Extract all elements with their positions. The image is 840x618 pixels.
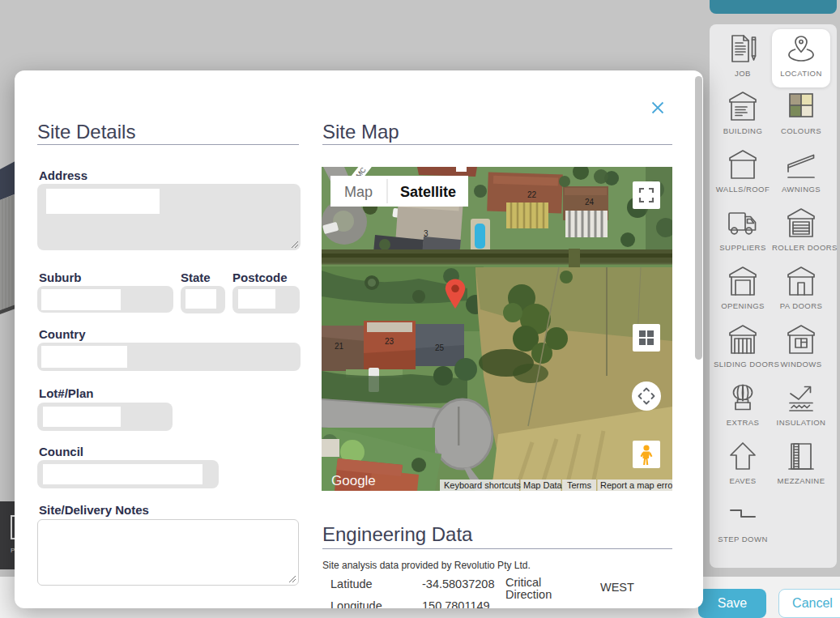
- svg-text:Report a map error: Report a map error: [600, 480, 672, 490]
- svg-text:23: 23: [385, 337, 394, 346]
- svg-text:21: 21: [335, 342, 344, 351]
- svg-text:25: 25: [435, 343, 445, 352]
- svg-text:3: 3: [424, 229, 429, 238]
- svg-text:Google: Google: [331, 473, 376, 488]
- svg-text:Map: Map: [344, 184, 373, 200]
- svg-text:24: 24: [585, 198, 595, 207]
- svg-text:Satellite: Satellite: [400, 184, 456, 200]
- svg-text:Keyboard shortcuts: Keyboard shortcuts: [444, 480, 521, 490]
- svg-text:22: 22: [527, 190, 537, 199]
- svg-text:Map Data: Map Data: [523, 480, 563, 490]
- svg-text:Terms: Terms: [567, 480, 591, 490]
